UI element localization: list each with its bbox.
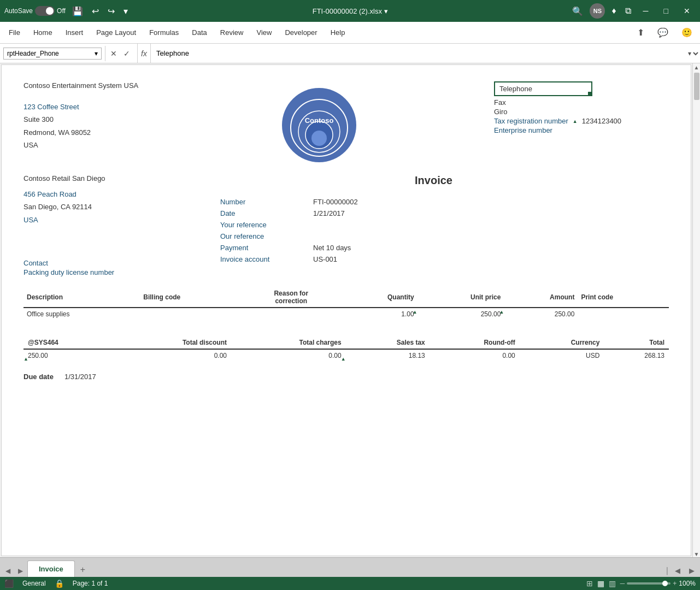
tab-nav-left[interactable]: ◀ bbox=[672, 564, 684, 577]
tab-invoice[interactable]: Invoice bbox=[27, 560, 75, 577]
save-icon[interactable]: 💾 bbox=[70, 4, 85, 19]
name-box-value: rptHeader_Phone bbox=[7, 50, 59, 57]
th-total-discount: Total discount bbox=[111, 337, 231, 349]
formula-bar-buttons: ✕ ✓ bbox=[105, 48, 135, 59]
th-sales-tax: Sales tax bbox=[346, 337, 430, 349]
tab-add-button[interactable]: + bbox=[76, 563, 90, 577]
cell-handle bbox=[588, 92, 591, 95]
number-value: FTI-00000002 bbox=[313, 198, 358, 206]
enterprise-label: Enterprise number bbox=[494, 126, 552, 134]
workbook-area: Contoso Entertainment System USA 123 Cof… bbox=[0, 63, 700, 557]
th-total-charges: Total charges bbox=[231, 337, 346, 349]
redo-icon[interactable]: ↪ bbox=[105, 4, 117, 19]
logo-area: Contoso bbox=[270, 81, 368, 163]
tab-nav-right[interactable]: ▶ bbox=[686, 564, 698, 577]
minimize-button[interactable]: ─ bbox=[638, 4, 654, 17]
seller-name: Contoso Entertainment System USA bbox=[23, 81, 144, 90]
totals-currency-value: USD bbox=[520, 349, 604, 362]
menu-developer[interactable]: Developer bbox=[278, 24, 323, 41]
smiley-icon[interactable]: 🙂 bbox=[676, 24, 698, 41]
due-date-value: 1/31/2017 bbox=[64, 373, 96, 381]
th-round-off: Round-off bbox=[430, 337, 520, 349]
formula-input[interactable] bbox=[153, 49, 686, 57]
charges-marker: ▲ bbox=[341, 356, 346, 362]
th-reason: Reason forcorrection bbox=[243, 287, 339, 308]
row-unit-price: 250.00 ▲ bbox=[417, 308, 504, 320]
confirm-formula-button[interactable]: ✓ bbox=[121, 48, 133, 59]
cancel-formula-button[interactable]: ✕ bbox=[108, 48, 120, 59]
menu-formulas[interactable]: Formulas bbox=[143, 24, 185, 41]
invoice-details-section: Invoice Number FTI-00000002 Date 1/21/20… bbox=[198, 174, 669, 276]
scroll-up-button[interactable]: ▲ bbox=[694, 64, 699, 70]
zoom-out-button[interactable]: ─ bbox=[620, 580, 625, 587]
zoom-level-label: 100% bbox=[679, 580, 696, 587]
payment-label: Payment bbox=[220, 244, 291, 252]
row-amount: 250.00 bbox=[504, 308, 578, 320]
cell-mode-label: General bbox=[22, 580, 46, 587]
th-quantity: Quantity bbox=[339, 287, 417, 308]
detail-date-row: Date 1/21/2017 bbox=[220, 209, 669, 217]
file-title: FTI-00000002 (2).xlsx ▾ bbox=[134, 7, 566, 15]
your-ref-label: Your reference bbox=[220, 221, 291, 229]
menu-review[interactable]: Review bbox=[214, 24, 250, 41]
th-total: Total bbox=[604, 337, 669, 349]
avatar[interactable]: NS bbox=[590, 3, 605, 19]
th-currency: Currency bbox=[520, 337, 604, 349]
date-value: 1/21/2017 bbox=[313, 209, 345, 217]
number-label: Number bbox=[220, 198, 291, 206]
enterprise-row: Enterprise number bbox=[494, 126, 669, 134]
zoom-controls: ─ + 100% bbox=[620, 580, 696, 587]
menu-view[interactable]: View bbox=[250, 24, 278, 41]
autosave-toggle[interactable] bbox=[35, 6, 55, 16]
close-button[interactable]: ✕ bbox=[678, 4, 696, 17]
totals-total-value: 268.13 bbox=[604, 349, 669, 362]
toggle-state-label: Off bbox=[57, 7, 66, 15]
name-box-dropdown-icon[interactable]: ▾ bbox=[95, 50, 98, 57]
customer-invoice-section: Contoso Retail San Diego 456 Peach Road … bbox=[23, 174, 669, 276]
buyer-addr1: 456 Peach Road bbox=[23, 188, 198, 200]
invoice-page: Contoso Entertainment System USA 123 Cof… bbox=[2, 65, 691, 397]
zoom-in-button[interactable]: + bbox=[673, 580, 677, 587]
seller-addr3: Redmond, WA 98052 bbox=[23, 126, 144, 139]
window-restore-icon[interactable]: ⧉ bbox=[623, 4, 633, 18]
diamond-icon[interactable]: ♦ bbox=[609, 4, 618, 18]
row-quantity: 1.00 ▲ bbox=[339, 308, 417, 320]
row-description: Office supplies bbox=[23, 308, 140, 320]
tab-bar: ◀ ▶ Invoice + │ ◀ ▶ bbox=[0, 557, 700, 577]
menu-file[interactable]: File bbox=[2, 24, 27, 41]
share-icon[interactable]: ⬆ bbox=[632, 24, 650, 41]
scroll-thumb[interactable] bbox=[694, 73, 699, 100]
formula-dropdown[interactable]: ▾ bbox=[686, 49, 700, 58]
status-bar: ⬛ General 🔒 Page: 1 of 1 ⊞ ▦ ▥ ─ + 100% bbox=[0, 577, 700, 590]
search-icon[interactable]: 🔍 bbox=[570, 4, 585, 19]
th-description: Description bbox=[23, 287, 140, 308]
account-label: Invoice account bbox=[220, 255, 291, 263]
scroll-track[interactable] bbox=[694, 70, 699, 551]
maximize-button[interactable]: □ bbox=[658, 4, 674, 17]
undo-icon[interactable]: ↩ bbox=[90, 4, 101, 19]
telephone-cell[interactable]: Telephone bbox=[494, 81, 592, 96]
name-box[interactable]: rptHeader_Phone ▾ bbox=[3, 48, 102, 60]
scroll-down-button[interactable]: ▼ bbox=[694, 551, 699, 557]
vertical-scrollbar[interactable]: ▲ ▼ bbox=[692, 63, 700, 557]
menu-help[interactable]: Help bbox=[324, 24, 352, 41]
comments-icon[interactable]: 💬 bbox=[652, 24, 674, 41]
menu-page-layout[interactable]: Page Layout bbox=[90, 24, 143, 41]
page-break-icon[interactable]: ▥ bbox=[609, 579, 616, 588]
normal-view-icon[interactable]: ⊞ bbox=[586, 579, 593, 588]
tab-bar-right: │ ◀ ▶ bbox=[666, 564, 698, 577]
tab-scroll-right[interactable]: ▶ bbox=[15, 565, 26, 577]
menu-insert[interactable]: Insert bbox=[59, 24, 90, 41]
totals-charges-value: 0.00 ▲ bbox=[231, 349, 346, 362]
totals-section: @SYS464 Total discount Total charges Sal… bbox=[23, 337, 669, 362]
account-value: US-001 bbox=[313, 255, 337, 263]
menu-home[interactable]: Home bbox=[27, 24, 59, 41]
tax-label: Tax registration number bbox=[494, 117, 568, 125]
contact-section: Contact Packing duty license number bbox=[23, 259, 198, 276]
zoom-slider[interactable] bbox=[627, 582, 670, 585]
customize-icon[interactable]: ▾ bbox=[121, 4, 130, 19]
tab-scroll-left[interactable]: ◀ bbox=[2, 565, 14, 577]
th-print-code: Print code bbox=[578, 287, 669, 308]
page-layout-icon[interactable]: ▦ bbox=[597, 579, 604, 588]
menu-data[interactable]: Data bbox=[185, 24, 213, 41]
